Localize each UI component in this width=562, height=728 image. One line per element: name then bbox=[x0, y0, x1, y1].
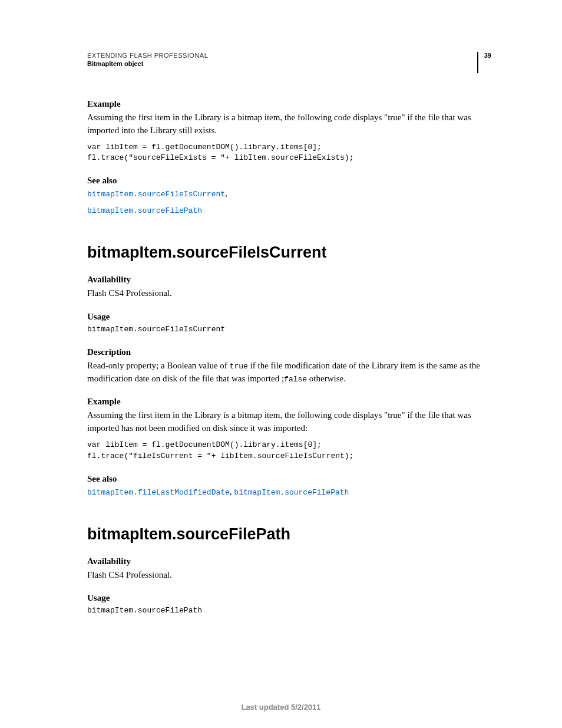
code-false: false bbox=[284, 375, 307, 384]
usage-code: bitmapItem.sourceFileIsCurrent bbox=[87, 324, 491, 335]
availability-text: Flash CS4 Professional. bbox=[87, 569, 491, 582]
availability-heading: Availability bbox=[87, 556, 491, 566]
usage-heading: Usage bbox=[87, 312, 491, 322]
availability-text: Flash CS4 Professional. bbox=[87, 287, 491, 300]
link-sourcefilepath[interactable]: bitmapItem.sourceFilePath bbox=[234, 488, 349, 497]
chapter-title: BitmapItem object bbox=[87, 60, 208, 67]
see-also-heading: See also bbox=[87, 176, 491, 186]
example-text: Assuming the first item in the Library i… bbox=[87, 409, 491, 435]
page-number-divider: 39 bbox=[477, 52, 491, 73]
example-text: Assuming the first item in the Library i… bbox=[87, 111, 491, 137]
comma-separator: , bbox=[225, 189, 227, 198]
code-block: var libItem = fl.getDocumentDOM().librar… bbox=[87, 440, 491, 462]
description-pre: Read-only property; a Boolean value of bbox=[87, 361, 230, 370]
example-heading: Example bbox=[87, 99, 491, 109]
see-also-heading: See also bbox=[87, 474, 491, 484]
description-post: otherwise. bbox=[307, 374, 346, 383]
code-true: true bbox=[230, 362, 248, 371]
link-sourcefileiscurrent[interactable]: bitmapItem.sourceFileIsCurrent bbox=[87, 190, 225, 199]
document-title: EXTENDING FLASH PROFESSIONAL bbox=[87, 52, 208, 59]
description-heading: Description bbox=[87, 347, 491, 357]
example-heading: Example bbox=[87, 397, 491, 407]
link-filelastmodifieddate[interactable]: bitmapItem.fileLastModifiedDate bbox=[87, 488, 230, 497]
usage-heading: Usage bbox=[87, 593, 491, 603]
section-title: bitmapItem.sourceFileIsCurrent bbox=[87, 243, 491, 262]
page-header: EXTENDING FLASH PROFESSIONAL BitmapItem … bbox=[87, 52, 491, 73]
code-block: var libItem = fl.getDocumentDOM().librar… bbox=[87, 142, 491, 164]
footer-last-updated: Last updated 5/2/2011 bbox=[0, 703, 562, 711]
section-title: bitmapItem.sourceFilePath bbox=[87, 525, 491, 543]
page-number: 39 bbox=[484, 52, 491, 59]
description-text: Read-only property; a Boolean value of t… bbox=[87, 360, 491, 386]
usage-code: bitmapItem.sourceFilePath bbox=[87, 605, 491, 617]
link-sourcefilepath[interactable]: bitmapItem.sourceFilePath bbox=[87, 206, 202, 215]
availability-heading: Availability bbox=[87, 275, 491, 285]
